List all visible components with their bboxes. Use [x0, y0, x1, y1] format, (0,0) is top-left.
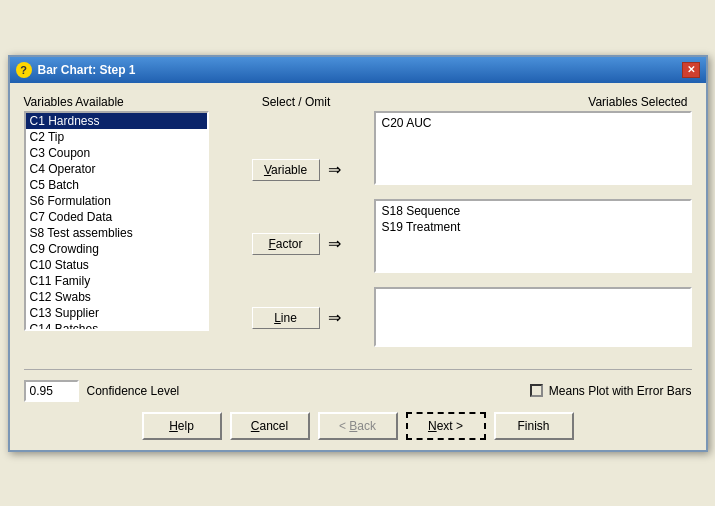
- means-plot-checkbox[interactable]: [530, 384, 543, 397]
- action-buttons-row: Help Cancel < Back Next > Finish: [24, 412, 692, 440]
- cancel-button[interactable]: Cancel: [230, 412, 310, 440]
- factor-arrow: ⇒: [328, 234, 341, 253]
- right-panel: C20 AUC S18 Sequence S19 Treatment: [374, 111, 692, 347]
- middle-inner: Variable ⇒ Factor ⇒ Line: [219, 133, 374, 355]
- variable-arrow: ⇒: [328, 160, 341, 179]
- factor-selected-item: S19 Treatment: [380, 219, 686, 235]
- list-item[interactable]: C10 Status: [26, 257, 207, 273]
- variable-button[interactable]: Variable: [252, 159, 320, 181]
- back-button[interactable]: < Back: [318, 412, 398, 440]
- factor-selected-box: S18 Sequence S19 Treatment: [374, 199, 692, 273]
- line-button[interactable]: Line: [252, 307, 320, 329]
- left-panel: C1 Hardness C2 Tip C3 Coupon C4 Operator…: [24, 111, 219, 331]
- list-item[interactable]: S8 Test assemblies: [26, 225, 207, 241]
- title-bar-left: ? Bar Chart: Step 1: [16, 62, 136, 78]
- list-item[interactable]: C3 Coupon: [26, 145, 207, 161]
- means-plot-label: Means Plot with Error Bars: [549, 384, 692, 398]
- help-icon: ?: [16, 62, 32, 78]
- confidence-label: Confidence Level: [87, 384, 180, 398]
- dialog: ? Bar Chart: Step 1 ✕ Variables Availabl…: [8, 55, 708, 452]
- variable-button-row: Variable ⇒: [219, 133, 374, 207]
- list-item[interactable]: C9 Crowding: [26, 241, 207, 257]
- factor-button[interactable]: Factor: [252, 233, 320, 255]
- help-button[interactable]: Help: [142, 412, 222, 440]
- finish-button[interactable]: Finish: [494, 412, 574, 440]
- list-item[interactable]: C7 Coded Data: [26, 209, 207, 225]
- dialog-title: Bar Chart: Step 1: [38, 63, 136, 77]
- factor-button-row: Factor ⇒: [219, 207, 374, 281]
- main-area: C1 Hardness C2 Tip C3 Coupon C4 Operator…: [24, 111, 692, 355]
- confidence-input[interactable]: [24, 380, 79, 402]
- list-item[interactable]: C5 Batch: [26, 177, 207, 193]
- variable-selected-box: C20 AUC: [374, 111, 692, 185]
- list-item[interactable]: C13 Supplier: [26, 305, 207, 321]
- list-item[interactable]: S6 Formulation: [26, 193, 207, 209]
- list-item[interactable]: C12 Swabs: [26, 289, 207, 305]
- left-panel-header: Variables Available: [24, 95, 219, 109]
- title-bar: ? Bar Chart: Step 1 ✕: [10, 57, 706, 83]
- list-item[interactable]: C11 Family: [26, 273, 207, 289]
- next-button[interactable]: Next >: [406, 412, 486, 440]
- list-item[interactable]: C1 Hardness: [26, 113, 207, 129]
- line-button-row: Line ⇒: [219, 281, 374, 355]
- list-item[interactable]: C4 Operator: [26, 161, 207, 177]
- list-item[interactable]: C2 Tip: [26, 129, 207, 145]
- variable-selected-item: C20 AUC: [380, 115, 686, 131]
- line-arrow: ⇒: [328, 308, 341, 327]
- middle-panel: Variable ⇒ Factor ⇒ Line: [219, 111, 374, 355]
- variables-listbox[interactable]: C1 Hardness C2 Tip C3 Coupon C4 Operator…: [24, 111, 209, 331]
- close-button[interactable]: ✕: [682, 62, 700, 78]
- middle-panel-header: Select / Omit: [219, 95, 374, 109]
- line-selected-box: [374, 287, 692, 347]
- bottom-section: Confidence Level Means Plot with Error B…: [24, 369, 692, 440]
- list-item[interactable]: C14 Batches: [26, 321, 207, 331]
- right-panel-header: Variables Selected: [374, 95, 692, 109]
- dialog-content: Variables Available Select / Omit Variab…: [10, 83, 706, 450]
- factor-selected-item: S18 Sequence: [380, 203, 686, 219]
